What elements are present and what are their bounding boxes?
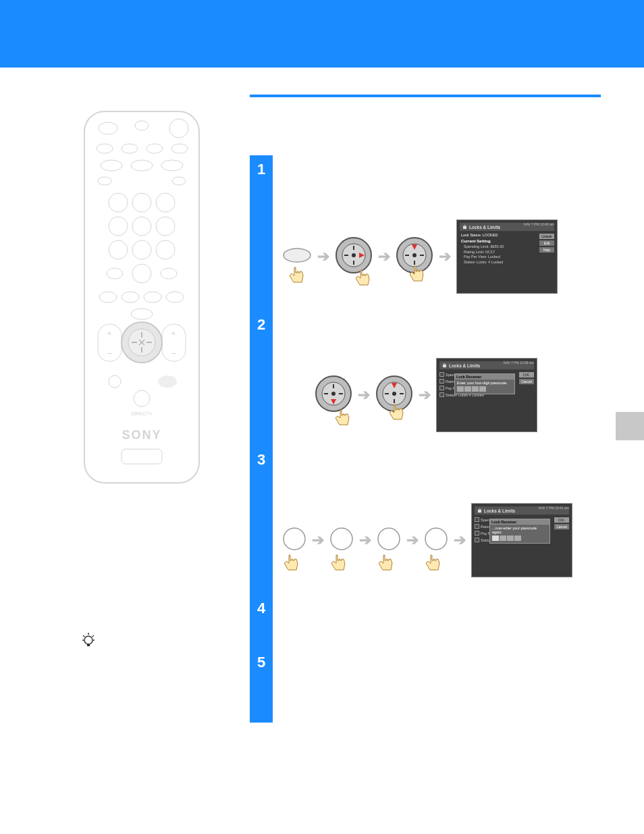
svg-point-7 [171,144,188,153]
svg-point-26 [122,292,139,303]
hand-pointer-icon [282,554,300,574]
svg-rect-55 [463,226,466,229]
tv-popup-text: ...now enter your passcode again. [492,526,547,534]
hand-pointer-icon [354,269,371,289]
svg-point-17 [132,217,151,236]
hand-pointer-icon [377,554,394,574]
tv-timestamp: NAV 7 PM 10:41 am [539,506,569,510]
svg-point-54 [412,253,417,257]
checkbox-icon [475,531,479,536]
svg-point-64 [331,528,352,550]
svg-text:−: − [171,348,176,359]
step-number-2: 2 [250,311,273,446]
svg-point-66 [425,528,447,550]
passcode-cell[interactable] [479,386,486,392]
svg-point-29 [131,309,153,319]
lock-icon [442,363,447,368]
tv-button-stack: O.K. Cancel [519,372,534,384]
passcode-cell[interactable] [472,386,479,392]
svg-point-14 [132,193,151,212]
top-banner [0,0,644,68]
lock-icon [462,224,467,230]
arrow-icon: ➔ [317,248,329,265]
step-number-1: 1 [250,155,273,311]
tv-button-ok[interactable]: O.K. [519,372,534,377]
tv-title: Locks & Limits [449,363,480,368]
svg-rect-62 [443,365,446,367]
number-button-icon [282,527,306,551]
remote-control-illustration: + − + − DIRECTV SONY [81,108,203,486]
hand-pointer-icon [424,554,441,574]
passcode-boxes [492,536,547,541]
tv-button-cancel[interactable]: Cancel [519,379,534,384]
svg-point-1 [99,122,117,134]
directv-label: DIRECTV [132,411,153,416]
lock-icon [477,508,482,513]
step-2-body: ➔ ➔ NAV 7 PM 10:38 am [282,358,537,432]
passcode-boxes [457,386,512,392]
checkbox-icon [439,372,444,377]
tv-timestamp: NAV 7 PM 10:40 am [524,222,554,226]
svg-point-4 [97,144,113,153]
svg-point-21 [156,240,175,259]
step-3-body: ➔ ➔ ➔ ➔ NAV 7 PM 10:41 am [282,503,572,577]
svg-line-45 [92,635,95,637]
step-1-body: ➔ ➔ [282,219,558,294]
tv-button-ok[interactable]: O.K. [554,517,569,523]
section-rule [250,95,601,97]
svg-point-48 [284,249,311,262]
tv-button-help[interactable]: Help [539,247,554,253]
tv-button-stack: O.K. Cancel [554,517,569,529]
hand-pointer-icon [333,409,351,429]
svg-point-5 [122,144,138,153]
checkbox-icon [439,379,444,384]
joystick-down-icon [315,375,352,413]
checkbox-icon [475,517,479,522]
tv-popup-text: Enter your four-digit passcode. [457,381,512,385]
svg-point-28 [166,292,184,303]
checkbox-icon [439,392,444,397]
page-edge-tab [616,412,644,440]
tv-button-edit[interactable]: Edit [539,240,554,246]
menu-button-icon [282,247,312,263]
passcode-cell[interactable] [500,536,506,541]
tip-icon [81,631,96,651]
arrow-icon: ➔ [312,531,324,549]
tv-button-cancel[interactable]: Cancel [554,524,569,529]
tv-title: Locks & Limits [469,225,500,230]
svg-point-65 [378,528,400,550]
arrow-icon: ➔ [359,531,371,549]
passcode-cell[interactable] [492,536,499,541]
arrow-icon: ➔ [454,531,466,549]
svg-point-63 [284,528,305,550]
svg-point-61 [392,392,396,396]
svg-point-8 [101,160,122,171]
passcode-cell[interactable] [464,386,471,392]
arrow-icon: ➔ [439,248,451,265]
passcode-cell[interactable] [507,536,514,541]
svg-rect-40 [122,449,162,464]
svg-point-9 [131,160,153,171]
svg-point-22 [132,264,151,283]
passcode-cell[interactable] [457,386,464,392]
number-button-icon [329,527,354,551]
arrow-icon: ➔ [378,248,390,265]
tv-button-unlock[interactable]: Unlock [539,234,554,239]
hand-pointer-icon [288,266,305,286]
tv-timestamp: NAV 7 PM 10:38 am [504,361,534,365]
svg-point-24 [161,268,177,279]
tv-screen-locks-limits: NAV 7 PM 10:40 am Locks & Limits Lock St… [456,219,558,294]
tv-title: Locks & Limits [484,509,515,513]
svg-point-23 [107,268,123,279]
tv-setting-row: Station Locks: 4 Locked [464,260,554,264]
svg-point-41 [84,636,92,644]
tv-screen-reenter-passcode: NAV 7 PM 10:41 am Locks & Limits Spendin… [471,503,572,577]
passcode-cell[interactable] [514,536,521,541]
svg-point-16 [109,217,128,236]
hand-pointer-icon [408,265,425,285]
tv-popup-title: Lock Receiver [490,519,549,525]
step-1-visuals: ➔ ➔ [282,219,558,294]
svg-point-3 [169,119,188,138]
svg-rect-67 [478,510,481,513]
step-number-3: 3 [250,446,273,594]
